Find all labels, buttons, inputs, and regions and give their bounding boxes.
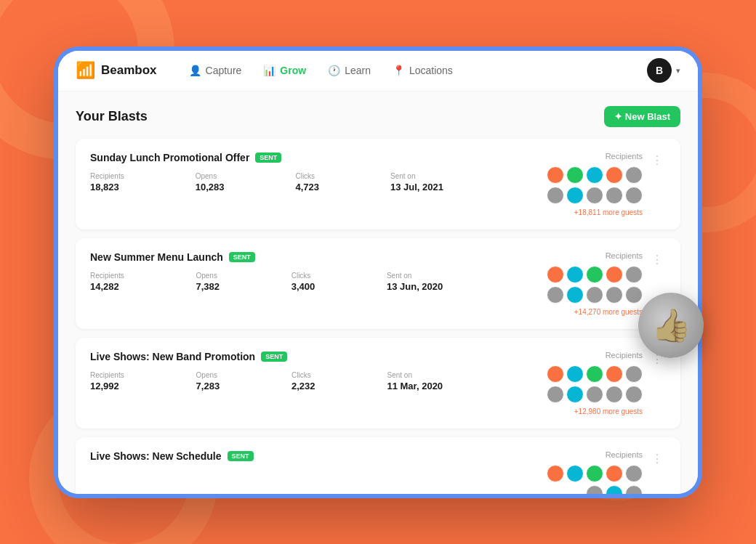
blast-stats: Recipients 14,282 Opens 7,382 Clicks 3,4…	[90, 272, 497, 292]
learn-icon: 🕐	[328, 65, 340, 76]
recipients-label: Recipients	[606, 152, 643, 161]
mini-avatar	[586, 365, 603, 383]
nav-item-learn[interactable]: 🕐 Learn	[319, 60, 379, 81]
new-blast-button[interactable]: ✦ New Blast	[604, 106, 680, 127]
mini-avatar	[625, 465, 643, 482]
stat-group: Clicks 4,723	[295, 172, 373, 192]
blast-left: Live Shows: New Band Promotion Sent Reci…	[90, 351, 497, 391]
grow-label: Grow	[280, 65, 306, 76]
recipients-label: Recipients	[606, 251, 643, 260]
logo-text: Beambox	[101, 63, 157, 78]
mini-avatar	[547, 187, 564, 204]
stat-group: Opens 7,382	[196, 272, 273, 292]
blast-card: Live Shows: New Schedule Sent Recipients…	[76, 437, 680, 494]
capture-icon: 👤	[189, 65, 201, 76]
mini-avatar	[566, 465, 584, 482]
stat-value: 18,823	[90, 182, 178, 192]
avatar-row-bottom	[586, 485, 643, 494]
mini-avatar	[606, 166, 623, 184]
stat-label: Recipients	[90, 272, 178, 280]
locations-icon: 📍	[393, 65, 405, 76]
locations-label: Locations	[409, 65, 453, 76]
stat-group: Opens 10,283	[196, 172, 278, 192]
nav-item-grow[interactable]: 📊 Grow	[254, 60, 315, 81]
device-frame: 📶 Beambox 👤 Capture 📊 Grow 🕐 Learn 📍 Loc…	[58, 51, 698, 494]
learn-label: Learn	[345, 65, 371, 76]
mini-avatar	[625, 187, 643, 204]
stat-value: 13 Jun, 2020	[387, 281, 497, 292]
sent-badge: Sent	[229, 252, 255, 262]
mini-avatar	[586, 187, 603, 204]
blast-title: New Summer Menu Launch	[90, 251, 223, 263]
stat-group: Sent on 13 Jul, 2021	[390, 172, 497, 192]
blast-title-row: Live Shows: New Schedule Sent	[90, 450, 497, 462]
mini-avatar	[606, 465, 623, 482]
thumbs-up-icon: 👍	[651, 306, 691, 344]
mini-avatar	[625, 166, 643, 184]
avatar-row-top	[547, 266, 643, 283]
blast-title-row: New Summer Menu Launch Sent	[90, 251, 497, 263]
blast-left: New Summer Menu Launch Sent Recipients 1…	[90, 251, 497, 292]
stat-group: Recipients 18,823	[90, 172, 178, 192]
mini-avatar	[586, 465, 603, 482]
stat-label: Sent on	[387, 371, 497, 379]
nav-item-capture[interactable]: 👤 Capture	[180, 60, 251, 81]
avatar-row-top	[547, 465, 643, 482]
stat-value: 4,723	[295, 182, 373, 192]
mini-avatar	[566, 266, 584, 283]
blast-title: Sunday Lunch Promotional Offer	[90, 152, 249, 163]
blast-stats: Recipients 12,992 Opens 7,283 Clicks 2,2…	[90, 371, 497, 391]
mini-avatar	[606, 286, 623, 304]
stat-value: 10,283	[196, 182, 278, 192]
stat-group: Opens 7,283	[196, 371, 274, 391]
more-guests: +12,980 more guests	[574, 407, 643, 415]
blast-title: Live Shows: New Band Promotion	[90, 351, 255, 362]
kebab-menu-button[interactable]: ⋮	[648, 152, 666, 169]
mini-avatar	[606, 386, 623, 403]
mini-avatar	[547, 386, 564, 403]
mini-avatar	[566, 187, 584, 204]
avatar-row-top	[547, 166, 643, 184]
avatar-chevron[interactable]: ▾	[676, 66, 680, 76]
avatar-row-bottom	[547, 187, 643, 204]
avatar-row-bottom	[547, 286, 643, 304]
stat-label: Recipients	[90, 371, 179, 379]
mini-avatar	[547, 365, 564, 383]
logo-icon: 📶	[76, 61, 95, 80]
avatar-row-bottom	[547, 386, 643, 403]
kebab-menu-button[interactable]: ⋮	[648, 450, 666, 467]
user-avatar[interactable]: B	[647, 58, 672, 83]
stat-group: Clicks 2,232	[291, 371, 369, 391]
mini-avatar	[547, 286, 564, 304]
mini-avatar	[586, 286, 603, 304]
mini-avatar	[625, 485, 643, 494]
blast-left: Live Shows: New Schedule Sent	[90, 450, 497, 471]
nav-item-locations[interactable]: 📍 Locations	[384, 60, 462, 81]
blast-stats: Recipients 18,823 Opens 10,283 Clicks 4,…	[90, 172, 497, 192]
more-guests: +14,270 more guests	[574, 308, 643, 316]
blast-card: Live Shows: New Band Promotion Sent Reci…	[76, 338, 680, 429]
mini-avatar	[606, 266, 623, 283]
mini-avatar	[606, 187, 623, 204]
blast-card: New Summer Menu Launch Sent Recipients 1…	[76, 238, 680, 329]
stat-label: Opens	[196, 272, 273, 280]
blast-left: Sunday Lunch Promotional Offer Sent Reci…	[90, 152, 497, 192]
stat-group: Recipients 12,992	[90, 371, 179, 391]
stat-value: 2,232	[291, 381, 369, 391]
mini-avatar	[586, 166, 603, 184]
grow-icon: 📊	[263, 65, 276, 76]
mini-avatar	[606, 485, 623, 494]
logo-area: 📶 Beambox	[76, 61, 157, 80]
mini-avatar	[566, 386, 584, 403]
stat-group: Sent on 11 Mar, 2020	[387, 371, 497, 391]
recipients-label: Recipients	[606, 351, 643, 360]
kebab-menu-button[interactable]: ⋮	[648, 251, 666, 268]
stat-label: Clicks	[295, 172, 373, 180]
more-guests: +18,811 more guests	[574, 208, 643, 216]
page-header: Your Blasts ✦ New Blast	[76, 106, 680, 127]
stat-value: 7,382	[196, 281, 273, 292]
stat-value: 3,400	[291, 281, 369, 292]
nav-avatar: B ▾	[647, 58, 680, 83]
navbar: 📶 Beambox 👤 Capture 📊 Grow 🕐 Learn 📍 Loc…	[58, 51, 698, 92]
blast-title-row: Live Shows: New Band Promotion Sent	[90, 351, 497, 362]
